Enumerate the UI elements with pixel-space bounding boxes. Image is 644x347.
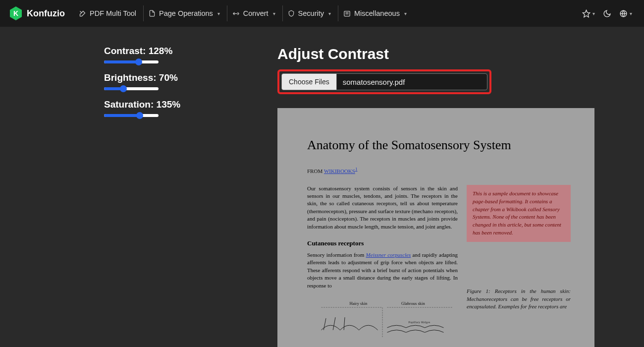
brightness-label: Brightness: 70% bbox=[104, 72, 223, 83]
tools-icon bbox=[79, 10, 86, 17]
page-title: Adjust Contrast bbox=[277, 46, 594, 62]
brightness-control: Brightness: 70% bbox=[104, 72, 223, 90]
saturation-control: Saturation: 135% bbox=[104, 99, 223, 117]
saturation-slider-fill bbox=[104, 114, 140, 117]
nav-multi-tool[interactable]: PDF Multi Tool bbox=[74, 5, 141, 21]
wikibooks-link[interactable]: WIKIBOOKS bbox=[324, 168, 355, 174]
pdf-source: FROM WIKIBOOKS1 bbox=[307, 167, 571, 174]
figure-caption: Figure 1: Receptors in the human skin: M… bbox=[467, 288, 571, 310]
contrast-label: Contrast: 128% bbox=[104, 46, 223, 57]
brand[interactable]: K Konfuzio bbox=[9, 6, 65, 20]
pdf-heading: Cutaneous receptors bbox=[307, 239, 458, 247]
file-input-highlight: Choose Files somatosensory.pdf bbox=[277, 69, 491, 94]
nav-miscellaneous[interactable]: Miscellaneous ▾ bbox=[338, 5, 412, 21]
svg-marker-3 bbox=[583, 10, 590, 17]
choose-files-button[interactable]: Choose Files bbox=[282, 74, 337, 90]
pdf-paragraph-2: Sensory information from Meissner corpus… bbox=[307, 251, 458, 289]
globe-icon bbox=[619, 9, 628, 18]
main-panel: Adjust Contrast Choose Files somatosenso… bbox=[277, 46, 594, 347]
pdf-preview: Anatomy of the Somatosensory System FROM… bbox=[277, 108, 594, 347]
contrast-control: Contrast: 128% bbox=[104, 46, 223, 63]
nav-convert[interactable]: Convert ▾ bbox=[227, 5, 280, 21]
skin-diagram: Hairy skin Glabrous skin Papillary Ridge… bbox=[307, 298, 458, 338]
saturation-label: Saturation: 135% bbox=[104, 99, 223, 110]
file-icon bbox=[149, 10, 156, 17]
svg-line-13 bbox=[323, 318, 326, 330]
pdf-title: Anatomy of the Somatosensory System bbox=[307, 138, 571, 153]
chevron-down-icon: ▾ bbox=[273, 11, 275, 16]
svg-line-14 bbox=[333, 317, 335, 330]
nav-page-operations[interactable]: Page Operations ▾ bbox=[143, 5, 225, 21]
contrast-slider-thumb[interactable] bbox=[135, 58, 142, 65]
saturation-slider[interactable] bbox=[104, 114, 159, 117]
brightness-slider[interactable] bbox=[104, 87, 159, 90]
top-nav: K Konfuzio PDF Multi Tool Page Operation… bbox=[0, 0, 644, 27]
adjustment-panel: Contrast: 128% Brightness: 70% Saturatio… bbox=[104, 46, 223, 347]
favorites-button[interactable]: ▾ bbox=[579, 6, 598, 21]
brightness-slider-thumb[interactable] bbox=[120, 85, 127, 92]
chevron-down-icon: ▾ bbox=[592, 11, 595, 16]
svg-text:Papillary Ridges: Papillary Ridges bbox=[408, 320, 430, 323]
svg-line-15 bbox=[344, 317, 345, 330]
file-input[interactable]: Choose Files somatosensory.pdf bbox=[281, 73, 487, 90]
svg-text:Glabrous skin: Glabrous skin bbox=[401, 301, 425, 306]
selected-file-name: somatosensory.pdf bbox=[337, 74, 487, 90]
pdf-paragraph-1: Our somatosensory system consists of sen… bbox=[307, 185, 458, 231]
sample-note-box: This is a sample document to showcase pa… bbox=[467, 185, 571, 242]
saturation-slider-thumb[interactable] bbox=[136, 112, 143, 119]
contrast-slider-fill bbox=[104, 60, 139, 63]
brand-name: Konfuzio bbox=[27, 8, 65, 19]
meissner-link[interactable]: Meissner corpuscles bbox=[366, 252, 411, 258]
nav-security[interactable]: Security ▾ bbox=[282, 5, 336, 21]
chevron-down-icon: ▾ bbox=[404, 11, 407, 16]
content-area: Contrast: 128% Brightness: 70% Saturatio… bbox=[0, 27, 644, 347]
star-icon bbox=[582, 9, 590, 18]
moon-icon bbox=[603, 9, 611, 18]
language-button[interactable]: ▾ bbox=[616, 6, 635, 21]
swap-icon bbox=[232, 10, 240, 17]
brand-logo-icon: K bbox=[9, 6, 23, 20]
contrast-slider[interactable] bbox=[104, 60, 159, 63]
chevron-down-icon: ▾ bbox=[630, 11, 632, 16]
footnote-link[interactable]: 1 bbox=[355, 167, 358, 172]
list-icon bbox=[343, 10, 351, 17]
shield-icon bbox=[288, 10, 295, 17]
chevron-down-icon: ▾ bbox=[217, 11, 220, 16]
svg-text:Hairy skin: Hairy skin bbox=[350, 301, 368, 306]
chevron-down-icon: ▾ bbox=[328, 11, 331, 16]
dark-mode-toggle[interactable] bbox=[600, 6, 614, 21]
